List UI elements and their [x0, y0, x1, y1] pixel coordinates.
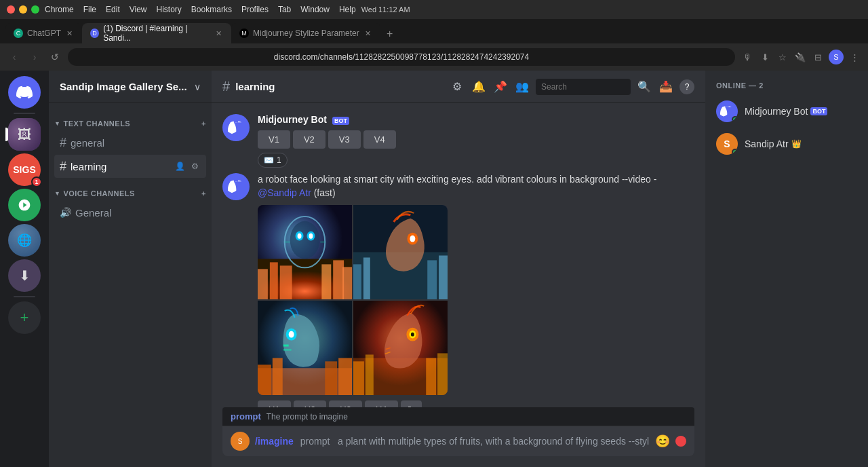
- menu-window[interactable]: Window: [300, 5, 330, 14]
- minimize-button[interactable]: [19, 5, 27, 14]
- svg-rect-28: [325, 362, 337, 396]
- chat-text-input[interactable]: [300, 436, 650, 447]
- add-text-channel-icon[interactable]: +: [201, 119, 206, 128]
- u3-button[interactable]: U3: [329, 400, 362, 407]
- sigs-label: SIGS: [13, 164, 35, 175]
- svg-rect-37: [366, 355, 374, 396]
- member-midjourney-bot[interactable]: Midjourney Bot BOT: [716, 98, 857, 125]
- extensions-icon[interactable]: 🔌: [793, 50, 807, 64]
- emoji-picker-button[interactable]: 😊: [655, 434, 670, 449]
- channel-item-learning[interactable]: # learning 👤 ⚙: [54, 155, 206, 178]
- ai-image-grid[interactable]: [258, 205, 448, 395]
- menu-history[interactable]: History: [157, 5, 182, 14]
- u-buttons-row: U1 U2 U3 U4 ↻: [258, 400, 694, 407]
- new-tab-button[interactable]: +: [380, 24, 399, 43]
- channel-item-general-voice[interactable]: 🔊 General: [54, 201, 206, 224]
- server-icon-sigs[interactable]: SIGS 1: [8, 153, 41, 186]
- midjourney-name-wrap: Midjourney Bot BOT: [745, 106, 827, 117]
- svg-rect-2: [258, 269, 268, 300]
- menu-help[interactable]: Help: [339, 5, 356, 14]
- reload-button[interactable]: ↺: [47, 50, 62, 64]
- channel-item-general[interactable]: # general: [54, 131, 206, 154]
- general-hash-icon: #: [60, 136, 66, 150]
- maximize-button[interactable]: [31, 5, 39, 14]
- address-input[interactable]: [68, 48, 735, 66]
- svg-rect-21: [439, 256, 448, 300]
- channel-name-learning: learning: [71, 161, 106, 172]
- menu-profiles[interactable]: Profiles: [241, 5, 269, 14]
- sandip-name-row: Sandip Atr 👑: [745, 138, 802, 149]
- discord-home-button[interactable]: [8, 76, 41, 109]
- server-icon-blue[interactable]: 🌐: [8, 224, 41, 257]
- svg-point-23: [410, 236, 415, 242]
- mic-icon[interactable]: 🎙: [741, 50, 754, 64]
- v3-top-button[interactable]: V3: [328, 130, 361, 149]
- server-icon-gallery[interactable]: 🖼: [8, 118, 41, 151]
- member-sandip-atr[interactable]: S Sandip Atr 👑: [716, 130, 857, 157]
- profile-icon[interactable]: S: [829, 50, 844, 64]
- right-sidebar: ONLINE — 2 Midjourney Bot BOT S Sandip A…: [705, 71, 868, 467]
- tab-close-chatgpt[interactable]: ✕: [65, 28, 74, 39]
- svg-rect-33: [283, 350, 292, 351]
- server-icon-download[interactable]: ⬇: [8, 259, 41, 292]
- reaction-1[interactable]: ✉️ 1: [258, 153, 288, 168]
- pin-icon[interactable]: 📌: [492, 79, 509, 95]
- tab-chatgpt[interactable]: C ChatGPT ✕: [5, 23, 82, 43]
- u2-button[interactable]: U2: [294, 400, 327, 407]
- members-icon[interactable]: 👥: [514, 79, 530, 95]
- split-view-icon[interactable]: ⊟: [811, 50, 825, 64]
- mention-text[interactable]: @Sandip Atr: [258, 187, 311, 198]
- sandip-online-dot: [732, 149, 738, 155]
- message-content-main: a robot face looking at smart city with …: [258, 173, 694, 407]
- channel-settings-icon[interactable]: ⚙: [189, 160, 201, 172]
- menu-chrome[interactable]: Chrome: [45, 5, 74, 14]
- v4-top-button[interactable]: V4: [363, 130, 396, 149]
- add-server-button[interactable]: +: [8, 301, 41, 334]
- sigs-wrapper: SIGS 1: [8, 153, 41, 186]
- download-server-wrapper: ⬇: [8, 259, 41, 292]
- server-icon-green[interactable]: [8, 189, 41, 221]
- notification-icon[interactable]: 🔔: [471, 79, 487, 95]
- main-layout: 🖼 SIGS 1 🌐 ⬇ + Sandip Imag: [0, 71, 868, 467]
- refresh-button[interactable]: ↻: [401, 400, 422, 407]
- back-button[interactable]: ‹: [7, 50, 22, 64]
- tab-bar: C ChatGPT ✕ D (1) Discord | #learning | …: [0, 19, 868, 43]
- midjourney-member-badge: BOT: [810, 107, 827, 115]
- threads-icon[interactable]: ⚙: [449, 79, 465, 95]
- chrome-menu-icon[interactable]: ⋮: [848, 50, 861, 64]
- svg-point-13: [309, 234, 313, 239]
- u4-button[interactable]: U4: [365, 400, 398, 407]
- tab-label-midjourney: Midjourney Stylize Parameter: [253, 29, 359, 38]
- chat-search-input[interactable]: [536, 79, 631, 95]
- record-button[interactable]: [675, 436, 686, 447]
- address-bar: ‹ › ↺ 🎙 ⬇ ☆ 🔌 ⊟ S ⋮: [0, 43, 868, 71]
- tab-label-discord: (1) Discord | #learning | Sandi...: [103, 24, 210, 43]
- inbox-icon[interactable]: 📥: [658, 79, 674, 95]
- traffic-lights: [7, 5, 39, 14]
- voice-channels-label: VOICE CHANNELS: [63, 189, 134, 198]
- v1-top-button[interactable]: V1: [258, 130, 290, 149]
- voice-channels-category[interactable]: ▼ VOICE CHANNELS +: [49, 179, 212, 200]
- menu-edit[interactable]: Edit: [106, 5, 120, 14]
- manage-members-icon[interactable]: 👤: [174, 160, 186, 172]
- close-button[interactable]: [7, 5, 15, 14]
- menu-tab[interactable]: Tab: [278, 5, 291, 14]
- u1-button[interactable]: U1: [258, 400, 291, 407]
- add-voice-channel-icon[interactable]: +: [201, 189, 206, 198]
- forward-button[interactable]: ›: [27, 50, 42, 64]
- download-icon[interactable]: ⬇: [758, 50, 772, 64]
- bookmark-icon[interactable]: ☆: [776, 50, 789, 64]
- menu-bookmarks[interactable]: Bookmarks: [191, 5, 232, 14]
- tab-midjourney[interactable]: M Midjourney Stylize Parameter ✕: [231, 23, 380, 43]
- menu-view[interactable]: View: [130, 5, 147, 14]
- server-divider-2: [14, 296, 35, 297]
- server-header[interactable]: Sandip Image Gallery Se... ∨: [49, 71, 212, 103]
- search-icon[interactable]: 🔍: [636, 79, 652, 95]
- tab-close-midjourney[interactable]: ✕: [363, 28, 372, 39]
- menu-file[interactable]: File: [83, 5, 96, 14]
- v2-top-button[interactable]: V2: [293, 130, 326, 149]
- help-icon[interactable]: ?: [679, 79, 694, 94]
- text-channels-category[interactable]: ▼ TEXT CHANNELS +: [49, 109, 212, 130]
- tab-discord[interactable]: D (1) Discord | #learning | Sandi... ✕: [82, 23, 231, 43]
- tab-close-discord[interactable]: ✕: [214, 28, 223, 39]
